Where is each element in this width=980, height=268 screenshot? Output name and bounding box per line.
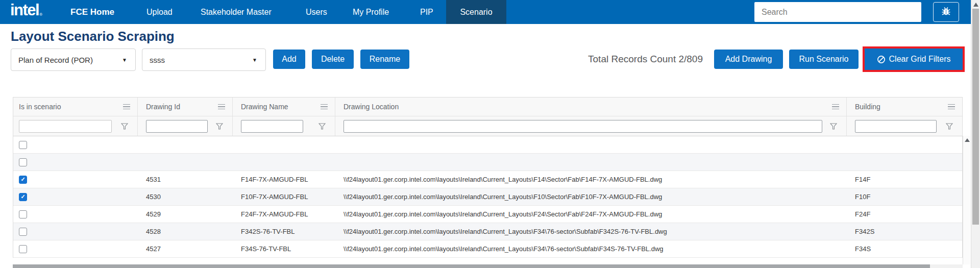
column-menu-icon[interactable] <box>218 104 225 110</box>
row-checkbox-cell <box>13 193 138 201</box>
cell-drawing-location: \\f24layout01.ger.corp.intel.com\layouts… <box>335 176 847 183</box>
drawings-grid: Is in scenario Drawing Id Drawing Name D… <box>13 97 963 258</box>
nav-item-users[interactable]: Users <box>306 0 327 24</box>
column-label: Drawing Location <box>344 103 399 111</box>
cell-drawing-id: 4531 <box>138 176 233 183</box>
cell-drawing-location: \\f24layout01.ger.corp.intel.com\layouts… <box>335 245 847 253</box>
cell-drawing-id: 4528 <box>138 228 233 235</box>
run-scenario-button[interactable]: Run Scenario <box>789 50 859 69</box>
column-label: Drawing Name <box>241 103 288 111</box>
grid-body: 4531F14F-7X-AMGUD-FBL\\f24layout01.ger.c… <box>13 136 962 258</box>
intel-logo[interactable]: intel® <box>10 1 41 19</box>
filter-input-drawing-id[interactable] <box>146 120 208 133</box>
add-drawing-button[interactable]: Add Drawing <box>714 50 783 69</box>
column-header-drawing-id[interactable]: Drawing Id <box>138 98 233 116</box>
cell-drawing-location: \\f24layout01.ger.corp.intel.com\layouts… <box>335 193 847 201</box>
column-menu-icon[interactable] <box>321 104 328 110</box>
cell-drawing-id: 4529 <box>138 210 233 218</box>
search-input[interactable] <box>754 2 921 22</box>
scenario-type-value: Plan of Record (POR) <box>18 56 93 64</box>
clear-grid-filters-button[interactable]: Clear Grid Filters <box>865 48 963 70</box>
row-checkbox-cell <box>13 210 138 218</box>
nav-item-scenario-active[interactable]: Scenario <box>446 0 506 24</box>
column-header-drawing-location[interactable]: Drawing Location <box>335 98 847 116</box>
filter-input-drawing-location[interactable] <box>344 120 822 133</box>
table-row: 4529F24F-7X-AMGUD-FBL\\f24layout01.ger.c… <box>13 206 962 223</box>
column-header-drawing-name[interactable]: Drawing Name <box>233 98 335 116</box>
nav-item-fce-home[interactable]: FCE Home <box>70 0 114 24</box>
scenario-type-dropdown[interactable]: Plan of Record (POR) ▼ <box>11 48 136 71</box>
filter-cell-building <box>847 116 962 136</box>
filter-input-is-in-scenario <box>19 120 112 133</box>
grid-vertical-scrollbar[interactable] <box>963 136 970 264</box>
column-header-is-in-scenario[interactable]: Is in scenario <box>13 98 138 116</box>
table-row: 4530F10F-7X-AMGUD-FBL\\f24layout01.ger.c… <box>13 188 962 206</box>
rename-button[interactable]: Rename <box>360 50 409 69</box>
page-scrollbar-thumb[interactable] <box>972 9 979 225</box>
cell-drawing-location: \\f24layout01.ger.corp.intel.com\layouts… <box>335 210 847 218</box>
scroll-up-arrow-icon[interactable] <box>973 3 978 7</box>
scroll-up-arrow-icon[interactable] <box>965 138 970 142</box>
cell-building: F10F <box>847 193 962 201</box>
page-scrollbar[interactable] <box>971 0 980 268</box>
column-menu-icon[interactable] <box>123 104 130 110</box>
cell-building: F342S <box>847 228 962 235</box>
scenario-name-dropdown[interactable]: ssss ▼ <box>142 48 266 71</box>
grid-horizontal-scrollbar[interactable] <box>13 264 963 268</box>
filter-cell-drawing-location <box>335 116 847 136</box>
top-navbar: intel® FCE Home Upload Stakeholder Maste… <box>0 0 971 24</box>
table-row <box>13 154 962 171</box>
table-row: 4527F34S-76-TV-FBL\\f24layout01.ger.corp… <box>13 240 962 258</box>
cell-drawing-name: F34S-76-TV-FBL <box>233 245 335 253</box>
cell-drawing-name: F24F-7X-AMGUD-FBL <box>233 210 335 218</box>
filter-cell-is-in-scenario <box>13 116 138 136</box>
table-row <box>13 136 962 154</box>
cell-drawing-id: 4527 <box>138 245 233 253</box>
filter-input-building[interactable] <box>855 120 937 133</box>
column-label: Is in scenario <box>19 103 61 111</box>
cell-drawing-name: F10F-7X-AMGUD-FBL <box>233 193 335 201</box>
row-checkbox-checked[interactable] <box>19 193 27 201</box>
filter-funnel-icon[interactable] <box>121 123 128 130</box>
filter-funnel-icon[interactable] <box>216 123 223 130</box>
nav-item-stakeholder-master[interactable]: Stakeholder Master <box>201 0 272 24</box>
cell-building: F14F <box>847 176 962 183</box>
horizontal-scrollbar-thumb[interactable] <box>13 264 930 268</box>
clear-filter-icon <box>877 55 886 64</box>
grid-filter-row <box>13 116 962 136</box>
row-checkbox-checked[interactable] <box>19 176 27 184</box>
filter-cell-drawing-name <box>233 116 335 136</box>
row-checkbox[interactable] <box>19 158 27 166</box>
cell-drawing-location: \\f24layout01.ger.corp.intel.com\layouts… <box>335 228 847 235</box>
delete-button[interactable]: Delete <box>312 50 354 69</box>
row-checkbox[interactable] <box>19 210 27 218</box>
table-row: 4528F342S-76-TV-FBL\\f24layout01.ger.cor… <box>13 223 962 240</box>
grid-header-row: Is in scenario Drawing Id Drawing Name D… <box>13 98 962 116</box>
column-header-building[interactable]: Building <box>847 98 962 116</box>
cell-drawing-name: F14F-7X-AMGUD-FBL <box>233 176 335 183</box>
total-records-count: Total Records Count 2/809 <box>554 50 703 69</box>
nav-item-pip[interactable]: PIP <box>420 0 433 24</box>
filter-funnel-icon[interactable] <box>318 123 326 130</box>
bug-icon <box>941 6 951 18</box>
filter-funnel-icon[interactable] <box>946 123 953 130</box>
add-button[interactable]: Add <box>273 50 305 69</box>
filter-funnel-icon[interactable] <box>830 123 837 130</box>
column-label: Drawing Id <box>146 103 180 111</box>
debug-button[interactable] <box>933 2 959 22</box>
row-checkbox[interactable] <box>19 141 27 149</box>
page-title: Layout Scenario Scraping <box>11 29 175 44</box>
row-checkbox-cell <box>13 141 138 149</box>
table-row: 4531F14F-7X-AMGUD-FBL\\f24layout01.ger.c… <box>13 171 962 188</box>
cell-drawing-id: 4530 <box>138 193 233 201</box>
registered-mark: ® <box>39 12 41 17</box>
column-menu-icon[interactable] <box>948 104 955 110</box>
cell-drawing-name: F342S-76-TV-FBL <box>233 228 335 235</box>
nav-item-my-profile[interactable]: My Profile <box>353 0 389 24</box>
filter-input-drawing-name[interactable] <box>241 120 303 133</box>
row-checkbox[interactable] <box>19 245 27 253</box>
annotation-highlight-box: Clear Grid Filters <box>863 46 965 72</box>
nav-item-upload[interactable]: Upload <box>146 0 173 24</box>
column-menu-icon[interactable] <box>832 104 839 110</box>
row-checkbox[interactable] <box>19 228 27 236</box>
